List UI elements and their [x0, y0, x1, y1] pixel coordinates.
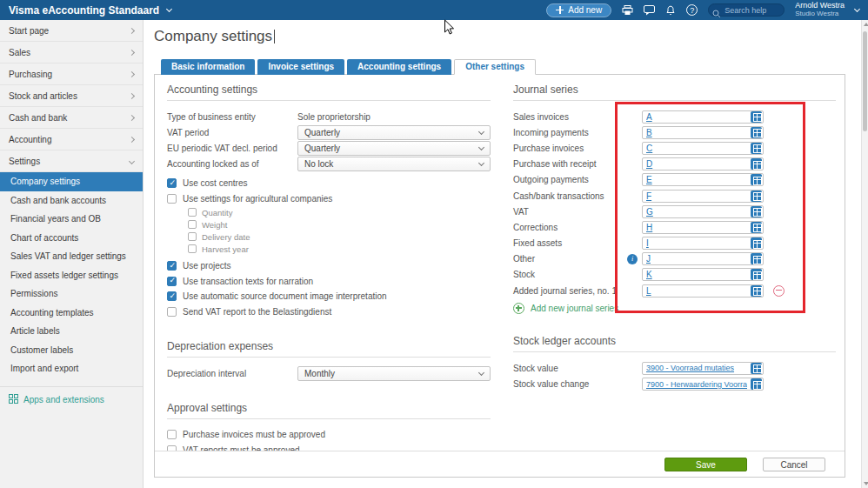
- journal-lookup-icon[interactable]: [751, 111, 762, 123]
- scroll-down-arrow[interactable]: [864, 482, 868, 485]
- weight-checkbox[interactable]: [188, 220, 197, 229]
- left-column: Accounting settings Type of business ent…: [167, 84, 491, 458]
- printer-icon[interactable]: [622, 5, 633, 16]
- transaction-texts-checkbox[interactable]: [167, 277, 177, 286]
- journal-row-purchase-invoices: Purchase invoices: [513, 140, 764, 156]
- delivery-date-checkbox[interactable]: [188, 232, 197, 241]
- sidebar-item-article-labels[interactable]: Article labels: [0, 322, 143, 341]
- add-journal-series-link[interactable]: Add new journal series: [513, 303, 836, 314]
- journal-series-input[interactable]: [643, 158, 751, 170]
- journal-lookup-icon[interactable]: [751, 253, 762, 264]
- sidebar-item-company-settings[interactable]: Company settings: [0, 172, 143, 191]
- sidebar-item-customer-labels[interactable]: Customer labels: [0, 341, 143, 360]
- check-row: Harvest year: [188, 243, 491, 255]
- sidebar-item-accounting[interactable]: Accounting: [0, 129, 143, 150]
- tab-basic-information[interactable]: Basic information: [161, 59, 255, 75]
- journal-series-input[interactable]: [643, 111, 751, 123]
- journal-series-input[interactable]: [643, 174, 751, 185]
- journal-lookup-icon[interactable]: [751, 174, 762, 185]
- check-row: Quantity: [188, 206, 491, 218]
- sidebar-item-financial-years-and-ob[interactable]: Financial years and OB: [0, 210, 143, 229]
- bell-icon[interactable]: [665, 5, 676, 16]
- journal-lookup-icon[interactable]: [751, 127, 762, 138]
- journal-series-input[interactable]: [643, 191, 751, 202]
- journal-lookup-icon[interactable]: [751, 191, 762, 202]
- purchase-invoices-approved-checkbox[interactable]: [167, 430, 177, 439]
- harvest-year-checkbox[interactable]: [188, 244, 197, 253]
- user-menu[interactable]: Arnold Westra Studio Westra: [795, 2, 845, 18]
- chevron-down-icon[interactable]: [854, 6, 860, 12]
- eu-period-select[interactable]: Quarterly: [297, 141, 491, 156]
- journal-series-input[interactable]: [643, 222, 751, 233]
- remove-journal-series-icon[interactable]: [773, 285, 785, 297]
- cancel-button[interactable]: Cancel: [763, 458, 825, 471]
- journal-lookup-icon[interactable]: [751, 143, 762, 154]
- journal-series-input[interactable]: [643, 285, 751, 297]
- add-journal-series-label: Add new journal series: [531, 304, 618, 313]
- journal-lookup-icon[interactable]: [751, 206, 762, 217]
- save-button[interactable]: Save: [664, 458, 747, 471]
- sidebar-item-apps-and-extensions[interactable]: Apps and extensions: [0, 386, 143, 405]
- journal-series-input[interactable]: [643, 237, 751, 249]
- journal-lookup-icon[interactable]: [751, 269, 762, 280]
- journal-lookup-icon[interactable]: [751, 222, 762, 233]
- vat-period-select[interactable]: Quarterly: [297, 125, 491, 140]
- journal-lookup-icon[interactable]: [751, 237, 762, 249]
- stock-value-input[interactable]: [643, 363, 751, 374]
- sidebar-item-permissions[interactable]: Permissions: [0, 284, 143, 304]
- help-search: [708, 3, 785, 17]
- sidebar-item-accounting-templates[interactable]: Accounting templates: [0, 304, 143, 323]
- chevron-down-icon[interactable]: [166, 6, 172, 12]
- account-lookup-icon[interactable]: [751, 378, 762, 390]
- accounting-locked-select[interactable]: No lock: [297, 157, 491, 171]
- vertical-scrollbar[interactable]: [861, 20, 868, 488]
- send-vat-report-checkbox[interactable]: [167, 307, 177, 317]
- stock-value-change-input[interactable]: [643, 378, 751, 390]
- sidebar-item-settings[interactable]: Settings: [0, 150, 143, 172]
- sidebar-item-sales[interactable]: Sales: [0, 42, 143, 64]
- sidebar-item-fixed-assets-ledger-settings[interactable]: Fixed assets ledger settings: [0, 266, 143, 285]
- help-icon[interactable]: ?: [686, 4, 698, 16]
- scrollbar-thumb[interactable]: [863, 31, 867, 131]
- scroll-up-arrow[interactable]: [864, 23, 868, 26]
- sidebar-item-stock-and-articles[interactable]: Stock and articles: [0, 85, 143, 107]
- search-icon: [712, 6, 721, 22]
- journal-row-label: Sales invoices: [513, 112, 642, 122]
- checkbox-label: Weight: [202, 220, 227, 230]
- sidebar-item-chart-of-accounts[interactable]: Chart of accounts: [0, 229, 143, 248]
- panel-footer: Save Cancel: [155, 451, 845, 477]
- tab-invoice-settings[interactable]: Invoice settings: [257, 59, 344, 75]
- chat-icon[interactable]: [644, 5, 655, 16]
- sidebar-item-import-and-export[interactable]: Import and export: [0, 359, 143, 378]
- check-row: Use settings for agricultural companies: [167, 191, 491, 207]
- main-content: Company settings Basic information Invoi…: [144, 20, 861, 488]
- sidebar-item-cash-and-bank[interactable]: Cash and bank: [0, 107, 143, 129]
- tab-other-settings[interactable]: Other settings: [454, 59, 536, 75]
- add-new-button[interactable]: Add new: [546, 3, 611, 17]
- stock-value-field: [642, 362, 764, 375]
- journal-lookup-icon[interactable]: [751, 158, 762, 170]
- journal-series-input[interactable]: [643, 143, 751, 154]
- journal-series-input[interactable]: [643, 269, 751, 280]
- account-lookup-icon[interactable]: [751, 363, 762, 374]
- agricultural-settings-checkbox[interactable]: [167, 194, 177, 204]
- tab-accounting-settings[interactable]: Accounting settings: [347, 59, 451, 75]
- sidebar-item-label: Start page: [9, 26, 49, 36]
- sidebar-item-purchasing[interactable]: Purchasing: [0, 64, 143, 85]
- quantity-checkbox[interactable]: [188, 208, 197, 217]
- info-icon[interactable]: i: [627, 254, 638, 264]
- use-projects-checkbox[interactable]: [167, 261, 177, 271]
- journal-lookup-icon[interactable]: [751, 285, 762, 297]
- journal-series-input[interactable]: [643, 206, 751, 217]
- accounting-locked-label: Accounting locked as of: [167, 159, 297, 169]
- depreciation-interval-select[interactable]: Monthly: [297, 366, 491, 381]
- journal-series-input[interactable]: [643, 127, 751, 138]
- source-document-interpretation-checkbox[interactable]: [167, 291, 177, 301]
- stock-value-change-row: Stock value change: [513, 376, 764, 391]
- journal-series-input[interactable]: [643, 253, 751, 264]
- sidebar-item-cash-and-bank-accounts[interactable]: Cash and bank accounts: [0, 191, 143, 211]
- sidebar-item-start-page[interactable]: Start page: [0, 20, 143, 42]
- use-cost-centres-checkbox[interactable]: [167, 178, 177, 188]
- check-row: Delivery date: [188, 231, 491, 243]
- sidebar-item-sales-vat-and-ledger-settings[interactable]: Sales VAT and ledger settings: [0, 247, 143, 266]
